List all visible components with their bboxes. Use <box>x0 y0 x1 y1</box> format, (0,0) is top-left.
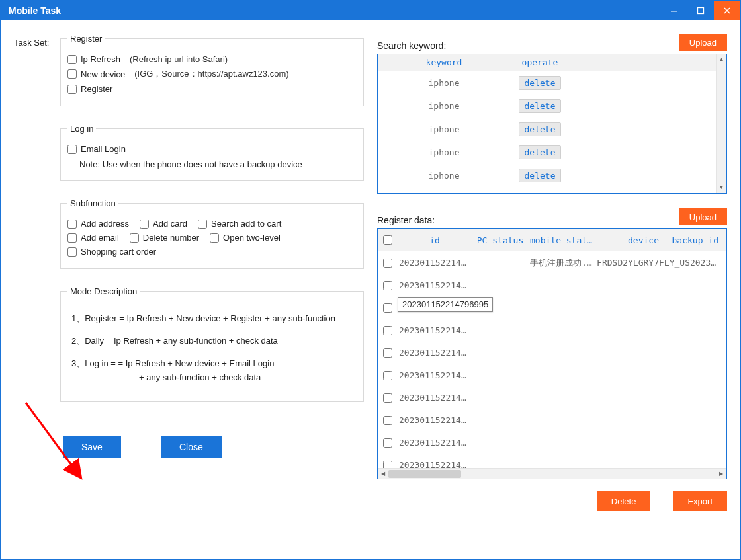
keyword-cell: iphone <box>378 171 510 180</box>
reg-cell-id: 202301152214... <box>398 370 470 380</box>
login-group: Log in Email Login Note: Use when the ph… <box>60 124 364 181</box>
register-row-checkbox[interactable] <box>383 259 392 268</box>
keyword-header-operate: operate <box>510 54 570 71</box>
register-row-checkbox[interactable] <box>383 281 392 290</box>
right-column: Search keyword: Upload keyword operate i… <box>377 34 727 554</box>
upload-register-button[interactable]: Upload <box>679 208 727 225</box>
keyword-cell: iphone <box>378 101 510 111</box>
open-two-level-checkbox[interactable]: Open two-level <box>210 233 281 243</box>
ip-refresh-hint: (Refresh ip url into Safari) <box>130 54 228 64</box>
close-window-button[interactable] <box>714 1 740 20</box>
subfunction-legend: Subfunction <box>67 198 118 208</box>
reg-cell-mob: 手机注册成功... <box>530 257 596 269</box>
reg-hdr-id: id <box>398 235 470 245</box>
register-row-checkbox[interactable] <box>383 303 392 313</box>
register-input[interactable] <box>67 85 77 94</box>
keyword-table-header: keyword operate <box>378 54 716 71</box>
reg-cell-id: 202301152214... <box>398 415 470 425</box>
email-login-input[interactable] <box>67 145 77 154</box>
search-cart-checkbox[interactable]: Search add to cart <box>198 219 281 229</box>
reg-cell-id: 202301152214... <box>398 280 470 290</box>
register-row[interactable]: 202301152214... <box>378 274 726 296</box>
register-row-checkbox[interactable] <box>383 393 392 403</box>
keyword-delete-button[interactable]: delete <box>519 169 562 182</box>
titlebar-buttons <box>661 1 740 20</box>
register-legend: Register <box>67 34 105 44</box>
register-data-label: Register data: <box>377 215 435 225</box>
minimize-button[interactable] <box>661 1 687 20</box>
ip-refresh-input[interactable] <box>67 55 77 64</box>
shopping-cart-order-checkbox[interactable]: Shopping cart order <box>67 247 156 257</box>
register-select-all[interactable] <box>383 235 392 245</box>
maximize-button[interactable] <box>687 1 714 20</box>
login-note: Note: Use when the phone does not have a… <box>79 158 355 171</box>
keyword-row: iphonedelete <box>378 118 716 141</box>
register-row[interactable]: 202301152214... <box>378 386 726 409</box>
mode-line-2: 2、Daily = Ip Refresh + any sub-function … <box>71 335 357 348</box>
upload-keyword-button[interactable]: Upload <box>679 34 727 51</box>
new-device-hint: (IGG，Source：https://apt.awz123.com) <box>134 68 288 80</box>
keyword-cell: iphone <box>378 78 510 88</box>
new-device-checkbox[interactable]: New device <box>67 69 125 79</box>
add-card-checkbox[interactable]: Add card <box>140 219 187 229</box>
keyword-delete-button[interactable]: delete <box>519 122 562 136</box>
add-address-checkbox[interactable]: Add address <box>67 219 129 229</box>
keyword-delete-button[interactable]: delete <box>519 76 562 90</box>
reg-cell-id: 202301152214... <box>398 393 470 403</box>
left-column: Task Set: Register Ip Refresh (Refresh i… <box>14 34 364 554</box>
close-button[interactable]: Close <box>161 436 222 458</box>
add-email-checkbox[interactable]: Add email <box>67 233 119 243</box>
register-row[interactable]: 202301152214... <box>378 319 726 341</box>
reg-cell-bak: FLY_US202301... <box>659 258 719 268</box>
reg-cell-id: 202301152214... <box>398 258 470 268</box>
register-row-checkbox[interactable] <box>383 416 392 425</box>
export-button[interactable]: Export <box>673 491 727 511</box>
register-row[interactable]: 202301152214... <box>378 364 726 386</box>
keyword-delete-button[interactable]: delete <box>519 145 562 159</box>
svg-rect-0 <box>671 11 677 12</box>
reg-hdr-bak: backup id <box>659 235 719 245</box>
reg-cell-dev: FRDSD2YLGRY7 <box>596 258 659 268</box>
register-row-checkbox[interactable] <box>383 461 392 469</box>
register-row-checkbox[interactable] <box>383 438 392 448</box>
id-tooltip: 202301152214796995 <box>398 297 493 312</box>
save-button[interactable]: Save <box>63 436 121 458</box>
register-row[interactable]: 202301152214... <box>378 454 726 468</box>
keyword-header-keyword: keyword <box>378 54 510 71</box>
subfunction-group: Subfunction Add address Add card Search … <box>60 198 364 269</box>
reg-cell-id: 202301152214... <box>398 325 470 335</box>
mode-line-3: 3、Log in = = Ip Refresh + New device + E… <box>71 357 357 383</box>
reg-cell-id: 202301152214... <box>398 348 470 358</box>
keyword-row: iphonedelete <box>378 141 716 164</box>
h-scroll-thumb[interactable] <box>388 470 461 478</box>
search-keyword-label: Search keyword: <box>377 40 446 51</box>
keyword-scrollbar[interactable]: ▲ ▼ <box>716 54 726 193</box>
ip-refresh-checkbox[interactable]: Ip Refresh <box>67 54 120 64</box>
keyword-delete-button[interactable]: delete <box>519 99 562 113</box>
register-row-checkbox[interactable] <box>383 326 392 335</box>
new-device-input[interactable] <box>67 69 77 79</box>
register-row-checkbox[interactable] <box>383 371 392 380</box>
delete-number-checkbox[interactable]: Delete number <box>130 233 199 243</box>
register-row[interactable]: 202301152214...手机注册成功...FRDSD2YLGRY7FLY_… <box>378 251 726 274</box>
login-legend: Log in <box>67 124 96 134</box>
app-window: Mobile Task Task Set: Register <box>0 0 741 560</box>
email-login-checkbox[interactable]: Email Login <box>67 144 126 154</box>
register-row[interactable]: 202301152214... <box>378 431 726 454</box>
register-row[interactable]: 202301152214... <box>378 341 726 364</box>
register-checkbox[interactable]: Register <box>67 84 112 94</box>
register-row[interactable]: 202301152214... <box>378 409 726 431</box>
register-h-scrollbar[interactable]: ◀ ▶ <box>378 468 726 479</box>
keyword-table: keyword operate iphonedeleteiphonedelete… <box>377 54 727 194</box>
register-table-header: id PC status mobile status device backup… <box>378 229 726 251</box>
mode-description-group: Mode Description 1、Register = Ip Refresh… <box>60 286 364 402</box>
reg-cell-id: 202301152214... <box>398 460 470 468</box>
svg-rect-1 <box>698 8 704 14</box>
keyword-cell: iphone <box>378 124 510 134</box>
delete-button[interactable]: Delete <box>597 491 651 511</box>
keyword-row: iphonedelete <box>378 95 716 118</box>
register-row-checkbox[interactable] <box>383 348 392 358</box>
reg-hdr-dev: device <box>596 235 659 245</box>
keyword-row: iphonedelete <box>378 164 716 187</box>
reg-cell-id: 202301152214... <box>398 438 470 448</box>
